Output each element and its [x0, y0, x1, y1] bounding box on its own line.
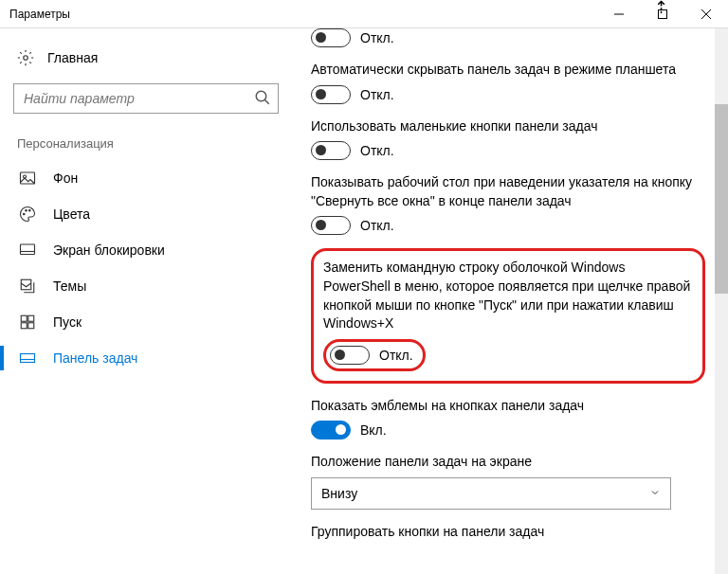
sidebar-home-label: Главная [47, 50, 98, 65]
setting-label-small-buttons: Использовать маленькие кнопки панели зад… [311, 117, 705, 136]
setting-label-badges: Показать эмблемы на кнопках панели задач [311, 397, 705, 416]
search-input[interactable] [13, 83, 279, 114]
toggle-powershell[interactable] [330, 346, 370, 365]
toggle-state: Откл. [360, 87, 394, 102]
setting-label-powershell: Заменить командную строку оболочкой Wind… [323, 259, 693, 332]
svg-point-5 [256, 91, 266, 101]
sidebar-item-label: Панель задач [53, 350, 137, 366]
dropdown-value: Внизу [321, 486, 357, 501]
highlight-toggle-annotation: Откл. [323, 339, 426, 371]
gear-icon [17, 49, 34, 66]
content-pane: Откл. Автоматически скрывать панель зада… [294, 28, 728, 574]
sidebar-item-start[interactable]: Пуск [13, 304, 294, 340]
sidebar-item-background[interactable]: Фон [13, 160, 294, 196]
toggle-state: Вкл. [360, 422, 387, 438]
sidebar-item-label: Темы [53, 278, 86, 294]
close-button[interactable] [684, 0, 728, 28]
minimize-button[interactable] [597, 0, 641, 28]
setting-label-position: Положение панели задач на экране [311, 453, 705, 472]
picture-icon [19, 170, 36, 187]
scrollbar[interactable] [715, 28, 728, 574]
svg-rect-15 [21, 315, 27, 321]
sidebar-item-taskbar[interactable]: Панель задач [13, 340, 294, 376]
palette-icon [19, 206, 36, 223]
window-title: Параметры [0, 8, 597, 21]
svg-rect-18 [28, 323, 34, 329]
highlight-annotation: Заменить командную строку оболочкой Wind… [311, 248, 705, 383]
sidebar-item-colors[interactable]: Цвета [13, 196, 294, 232]
taskbar-position-dropdown[interactable]: Внизу [311, 477, 671, 510]
setting-label-tablet-autohide: Автоматически скрывать панель задач в ре… [311, 61, 705, 80]
svg-rect-19 [21, 354, 35, 363]
chevron-down-icon [649, 486, 661, 501]
svg-rect-16 [28, 315, 34, 321]
toggle-badges[interactable] [311, 421, 351, 439]
sidebar-item-label: Пуск [53, 314, 82, 330]
maximize-button[interactable] [641, 0, 684, 28]
sidebar-item-label: Экран блокировки [53, 242, 165, 258]
setting-label-peek: Показывать рабочий стол при наведении ук… [311, 173, 705, 210]
titlebar: Параметры [0, 0, 728, 28]
svg-rect-1 [659, 9, 667, 18]
sidebar-item-label: Фон [53, 170, 78, 186]
toggle-tablet-autohide[interactable] [311, 85, 351, 104]
toggle-state: Откл. [360, 143, 394, 158]
toggle-small-buttons[interactable] [311, 141, 351, 160]
taskbar-icon [19, 350, 36, 367]
svg-line-6 [264, 99, 269, 104]
svg-rect-17 [21, 323, 27, 329]
toggle-peek[interactable] [311, 216, 351, 235]
lockscreen-icon [19, 242, 36, 259]
svg-point-9 [24, 213, 26, 215]
start-icon [19, 314, 36, 331]
sidebar-item-label: Цвета [53, 206, 90, 222]
svg-point-11 [29, 210, 31, 212]
sidebar-category: Персонализация [13, 133, 294, 160]
themes-icon [19, 278, 36, 295]
svg-rect-12 [21, 244, 35, 255]
svg-point-4 [24, 56, 28, 61]
toggle-state: Откл. [360, 30, 394, 45]
setting-label-grouping: Группировать кнопки на панели задач [311, 523, 705, 542]
search-icon [254, 89, 271, 110]
sidebar-item-lockscreen[interactable]: Экран блокировки [13, 232, 294, 268]
sidebar: Главная Персонализация Фон Цвета Экран б… [0, 28, 294, 574]
scroll-thumb[interactable] [715, 104, 728, 294]
svg-point-10 [26, 210, 27, 212]
sidebar-home[interactable]: Главная [13, 42, 294, 74]
toggle-s0[interactable] [311, 28, 351, 47]
sidebar-item-themes[interactable]: Темы [13, 268, 294, 304]
toggle-state: Откл. [360, 218, 394, 233]
toggle-state: Откл. [379, 348, 413, 363]
